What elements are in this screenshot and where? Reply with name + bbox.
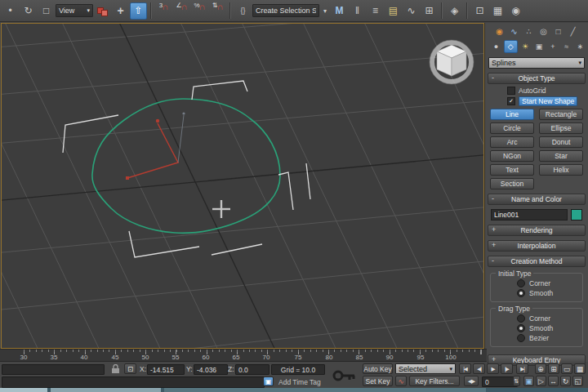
zoom-all-icon[interactable]: ⊞: [548, 363, 559, 374]
start-new-shape-checkbox[interactable]: ✓: [507, 97, 515, 105]
viewport-canvas[interactable]: [2, 24, 483, 348]
y-coordinate-field[interactable]: -4.036: [194, 364, 228, 375]
perspective-viewport[interactable]: [1, 23, 484, 349]
key-mode-dropdown[interactable]: Selected ▾: [395, 363, 456, 374]
rendering-rollout-header[interactable]: + Rendering: [488, 225, 586, 236]
material-editor-icon[interactable]: ◈: [446, 2, 463, 20]
spacewarps-category-icon[interactable]: ≈: [560, 41, 572, 52]
motion-tab-icon[interactable]: ◎: [537, 25, 550, 37]
field-of-view-icon[interactable]: ▷: [536, 376, 546, 386]
use-pivot-center-icon[interactable]: [94, 2, 111, 20]
key-filters-button[interactable]: Key Filters...: [409, 376, 460, 386]
drag-bezier-radio[interactable]: [517, 334, 525, 342]
region-zoom-icon[interactable]: ▣: [523, 376, 534, 386]
helix-button[interactable]: Helix: [539, 164, 583, 176]
select-scale-icon[interactable]: □: [38, 2, 55, 20]
set-key-button[interactable]: Set Key: [363, 376, 393, 386]
grid-size-display: Grid = 10.0: [271, 364, 325, 375]
star-button[interactable]: Star: [539, 150, 583, 162]
x-coordinate-field[interactable]: -14.515: [147, 364, 185, 375]
align-icon[interactable]: ‖: [349, 2, 366, 20]
name-color-rollout-header[interactable]: - Name and Color: [488, 194, 586, 205]
shapes-category-icon[interactable]: ◇: [504, 40, 518, 53]
spinner-snap-icon[interactable]: ⇅∩: [209, 2, 226, 20]
auto-key-button[interactable]: Auto Key: [363, 363, 393, 374]
selection-lock-icon[interactable]: [111, 364, 120, 374]
go-to-start-button[interactable]: |◀: [459, 363, 471, 374]
play-button[interactable]: ▶: [487, 363, 499, 374]
drag-corner-radio[interactable]: [517, 314, 525, 323]
text-button[interactable]: Text: [490, 164, 534, 176]
initial-smooth-radio[interactable]: [517, 289, 525, 297]
go-to-end-button[interactable]: ▶|: [516, 363, 528, 374]
helpers-category-icon[interactable]: +: [546, 41, 559, 52]
section-button[interactable]: Section: [490, 178, 534, 189]
ellipse-button[interactable]: Ellipse: [539, 122, 583, 134]
edit-named-selection-sets-icon[interactable]: {}: [234, 2, 252, 20]
select-and-manipulate-icon[interactable]: +: [112, 2, 129, 20]
start-new-shape-button[interactable]: Start New Shape: [519, 96, 577, 106]
keyboard-override-toggle-icon[interactable]: ⇧: [130, 2, 147, 20]
angle-snap-icon[interactable]: ∠∩: [173, 2, 190, 20]
mirror-icon[interactable]: M: [331, 2, 348, 20]
schematic-view-icon[interactable]: ⊞: [421, 2, 438, 20]
select-rotate-icon[interactable]: ↻: [20, 2, 37, 20]
prompt-bar: ▣ Add Time Tag Set Key ∿ Key Filters... …: [0, 375, 588, 388]
rectangle-button[interactable]: Rectangle: [539, 109, 583, 120]
flyout-dot-icon[interactable]: •: [2, 2, 19, 20]
maximize-viewport-icon[interactable]: ◱: [572, 376, 583, 386]
systems-category-icon[interactable]: ∗: [574, 41, 586, 52]
next-frame-button[interactable]: |▶: [501, 363, 513, 374]
curve-editor-icon[interactable]: ∿: [403, 2, 420, 20]
create-tab-icon[interactable]: ◉: [493, 25, 506, 37]
initial-corner-radio[interactable]: [517, 279, 525, 287]
selection-set-caret-icon[interactable]: ▾: [320, 2, 330, 20]
percent-snap-icon[interactable]: %∩: [191, 2, 208, 20]
new-key-filter-icon[interactable]: ∿: [395, 376, 407, 386]
lights-category-icon[interactable]: ☀: [519, 41, 532, 52]
orbit-icon[interactable]: ↻: [560, 376, 571, 386]
shape-category-dropdown[interactable]: Splines ▾: [488, 57, 585, 69]
interpolation-rollout-header[interactable]: + Interpolation: [488, 240, 586, 252]
render-production-icon[interactable]: ◉: [507, 2, 524, 20]
utilities-tab-icon[interactable]: ╱: [567, 25, 579, 37]
donut-button[interactable]: Donut: [539, 136, 583, 148]
snaps-toggle-3d-icon[interactable]: 3∩: [155, 2, 172, 20]
named-selection-set-dropdown[interactable]: Create Selection Se: [252, 4, 319, 17]
zoom-extents-all-icon[interactable]: ▦: [574, 363, 586, 374]
layer-manager-icon[interactable]: ≡: [367, 2, 384, 20]
z-coordinate-field[interactable]: 0.0: [235, 364, 270, 375]
frame-spinner[interactable]: ⇅: [513, 376, 520, 386]
pan-view-icon[interactable]: ↔: [548, 376, 559, 386]
object-color-swatch[interactable]: [571, 209, 582, 220]
tick-label: 40: [81, 354, 88, 361]
ngon-button[interactable]: NGon: [490, 150, 534, 162]
autogrid-checkbox[interactable]: [507, 87, 515, 95]
object-type-rollout-header[interactable]: - Object Type: [488, 73, 586, 84]
creation-method-rollout-header[interactable]: - Creation Method: [488, 256, 586, 267]
spline-line001[interactable]: [92, 99, 280, 233]
track-bar-ruler[interactable]: 30 35 40 45 50 55 60 65 70 75 80 85 90 9…: [0, 349, 487, 362]
display-tab-icon[interactable]: □: [552, 25, 564, 37]
modify-tab-icon[interactable]: ∿: [508, 25, 520, 37]
line-button[interactable]: Line: [490, 109, 534, 120]
previous-frame-button[interactable]: ◀|: [473, 363, 485, 374]
arc-button[interactable]: Arc: [490, 136, 534, 148]
time-tag-icon[interactable]: ▣: [263, 376, 274, 386]
hierarchy-tab-icon[interactable]: ∴: [523, 25, 535, 37]
shape-buttons-grid: Line Rectangle Circle Ellipse Arc Donut …: [490, 109, 583, 189]
circle-button[interactable]: Circle: [490, 122, 534, 134]
add-time-tag-label[interactable]: Add Time Tag: [278, 378, 321, 386]
object-name-field[interactable]: Line001: [491, 209, 568, 220]
zoom-icon[interactable]: ⊕: [535, 363, 546, 374]
rendered-frame-window-icon[interactable]: ▦: [489, 2, 506, 20]
cameras-category-icon[interactable]: ▣: [533, 41, 546, 52]
drag-smooth-radio[interactable]: [517, 324, 525, 332]
graphite-ribbon-icon[interactable]: ▤: [385, 2, 402, 20]
geometry-category-icon[interactable]: ●: [490, 41, 502, 52]
absolute-offset-toggle-icon[interactable]: ⊡: [124, 363, 136, 374]
zoom-extents-icon[interactable]: ▭: [561, 363, 572, 374]
key-step-toggle-icon[interactable]: ◀▶: [464, 376, 479, 386]
render-setup-icon[interactable]: ⊡: [471, 2, 488, 20]
reference-coordinate-dropdown[interactable]: View ▾: [56, 4, 93, 17]
